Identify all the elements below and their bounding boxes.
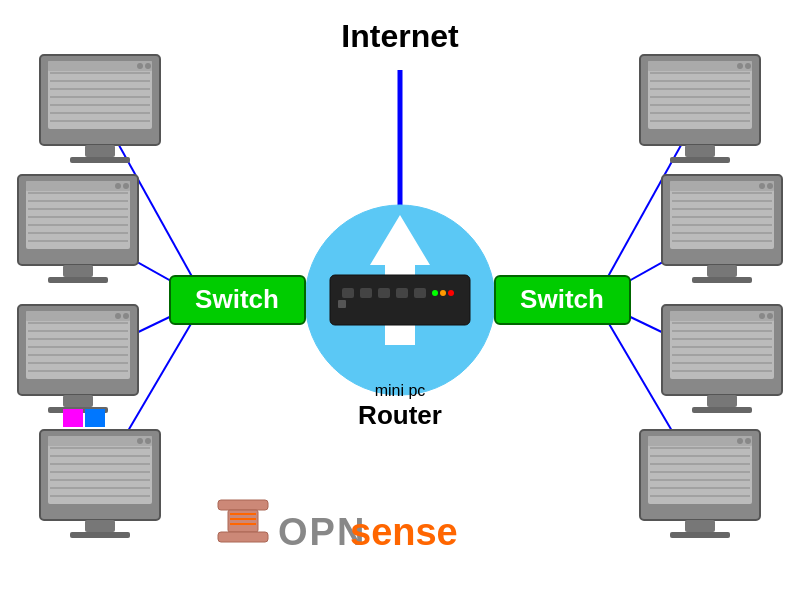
- svg-rect-28: [48, 61, 152, 129]
- svg-point-53: [115, 183, 121, 189]
- svg-rect-64: [63, 395, 93, 407]
- svg-point-54: [123, 183, 129, 189]
- svg-text:sense: sense: [350, 511, 458, 553]
- svg-point-21: [448, 290, 454, 296]
- svg-point-112: [767, 183, 773, 189]
- svg-rect-51: [48, 277, 108, 283]
- svg-rect-72: [48, 436, 152, 504]
- svg-rect-18: [414, 288, 426, 298]
- svg-text:Switch: Switch: [195, 284, 279, 314]
- svg-rect-52: [26, 181, 130, 191]
- svg-rect-110: [670, 181, 774, 191]
- svg-rect-114: [670, 311, 774, 379]
- svg-text:Switch: Switch: [520, 284, 604, 314]
- svg-rect-80: [85, 520, 115, 532]
- svg-point-19: [432, 290, 438, 296]
- svg-point-125: [759, 313, 765, 319]
- svg-point-126: [767, 313, 773, 319]
- svg-rect-124: [670, 311, 774, 321]
- svg-rect-37: [70, 157, 130, 163]
- svg-rect-56: [26, 311, 130, 379]
- svg-rect-96: [648, 61, 752, 71]
- svg-rect-16: [378, 288, 390, 298]
- svg-rect-86: [648, 61, 752, 129]
- svg-rect-15: [360, 288, 372, 298]
- svg-rect-95: [670, 157, 730, 163]
- svg-point-20: [440, 290, 446, 296]
- svg-rect-66: [26, 311, 130, 321]
- svg-point-84: [145, 438, 151, 444]
- svg-rect-69: [63, 409, 83, 427]
- svg-rect-94: [685, 145, 715, 157]
- svg-point-97: [737, 63, 743, 69]
- router-mini-label: mini pc: [358, 382, 442, 400]
- svg-rect-122: [707, 395, 737, 407]
- svg-rect-50: [63, 265, 93, 277]
- svg-point-98: [745, 63, 751, 69]
- svg-rect-38: [48, 61, 152, 71]
- svg-rect-128: [648, 436, 752, 504]
- svg-rect-82: [48, 436, 152, 446]
- svg-point-139: [737, 438, 743, 444]
- svg-rect-123: [692, 407, 752, 413]
- svg-point-140: [745, 438, 751, 444]
- svg-rect-141: [218, 500, 268, 510]
- svg-rect-136: [685, 520, 715, 532]
- svg-rect-138: [648, 436, 752, 446]
- main-canvas: Internet: [0, 0, 800, 600]
- svg-point-83: [137, 438, 143, 444]
- svg-point-67: [115, 313, 121, 319]
- svg-rect-108: [707, 265, 737, 277]
- router-big-label: Router: [358, 400, 442, 431]
- network-diagram: Switch Switch: [0, 0, 800, 600]
- svg-rect-22: [338, 300, 346, 308]
- svg-rect-13: [330, 275, 470, 325]
- svg-rect-100: [670, 181, 774, 249]
- router-label: mini pc Router: [358, 382, 442, 431]
- svg-rect-70: [85, 409, 105, 427]
- svg-point-111: [759, 183, 765, 189]
- svg-rect-137: [670, 532, 730, 538]
- svg-rect-81: [70, 532, 130, 538]
- svg-rect-42: [26, 181, 130, 249]
- svg-rect-109: [692, 277, 752, 283]
- svg-point-40: [145, 63, 151, 69]
- svg-point-39: [137, 63, 143, 69]
- svg-point-68: [123, 313, 129, 319]
- svg-rect-14: [342, 288, 354, 298]
- svg-rect-146: [218, 532, 268, 542]
- svg-rect-17: [396, 288, 408, 298]
- svg-rect-36: [85, 145, 115, 157]
